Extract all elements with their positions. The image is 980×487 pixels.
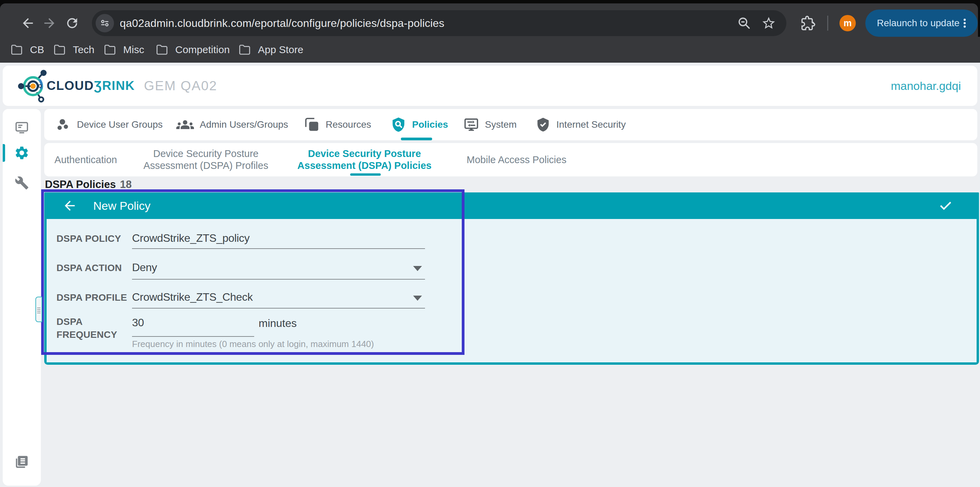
panel-header: New Policy [44,192,979,219]
grip-line [37,311,40,311]
primary-nav: Device User Groups Admin Users/Groups Re… [44,109,977,140]
back-button[interactable] [21,16,35,30]
back-arrow-button[interactable] [62,198,77,213]
site-settings-button[interactable] [95,14,114,32]
bookmark-label: Tech [73,44,94,56]
environment-label: GEM QA02 [144,66,217,106]
grip-line [37,308,40,308]
bookmark-label: App Store [258,44,303,56]
internet-security-shield-icon [536,117,550,132]
left-sidebar [3,109,41,485]
tab-label: Policies [412,119,448,130]
avatar-initial: m [843,18,852,29]
bookmark-label: Competition [175,44,230,56]
zoom-button[interactable] [737,16,752,30]
bookmark-star-button[interactable] [761,16,776,30]
input-underline [132,279,425,279]
brand-cloud: CLOUD [47,79,94,93]
resources-icon [304,117,320,133]
active-subtab-underline [350,173,381,176]
bookmark-folder-cb[interactable]: CB [11,37,44,63]
cloudbrink-logo-icon [17,69,50,102]
bookmark-label: CB [30,44,44,56]
device-user-groups-icon [56,117,71,132]
tab-admin-users-groups[interactable]: Admin Users/Groups [176,109,288,140]
dspa-profile-select[interactable]: CrowdStrike_ZTS_Check [132,291,253,303]
tab-resources[interactable]: Resources [304,109,371,140]
address-bar[interactable]: qa02admin.cloudbrink.com/eportal/configu… [92,10,786,36]
active-tab-underline [401,137,432,140]
zoom-out-icon [737,16,752,30]
panel-form: DSPA POLICY CrowdStrike_ZTS_policy DSPA … [47,219,977,362]
dropdown-arrow-icon[interactable] [413,266,422,271]
grip-line [37,309,40,310]
bookmark-folder-tech[interactable]: Tech [53,37,94,63]
folder-icon [11,44,23,55]
folder-icon [239,44,251,55]
forward-button[interactable] [42,16,57,30]
folder-icon [104,44,116,55]
dspa-action-select[interactable]: Deny [132,261,157,274]
subtab-label: Mobile Access Policies [466,154,566,166]
field-label-dspa-action: DSPA ACTION [56,263,122,273]
bookmark-folder-competition[interactable]: Competition [156,37,230,63]
extensions-button[interactable] [800,15,816,31]
brand-wordmark: CLOUDƷRINK [47,66,135,106]
policies-shield-icon [391,117,406,133]
back-arrow-icon [62,198,77,213]
url-text[interactable]: qa02admin.cloudbrink.com/eportal/configu… [120,10,444,36]
folder-icon [53,44,66,55]
subtab-authentication[interactable]: Authentication [45,143,127,176]
field-label-dspa-frequency: DSPA FREQUENCY [56,315,130,341]
system-icon [463,117,479,133]
tab-label: System [485,119,517,130]
bookmark-folder-app-store[interactable]: App Store [239,37,303,63]
subtab-dspa-profiles[interactable]: Device Security Posture Assessment (DSPA… [127,143,284,176]
save-check-button[interactable] [938,198,953,213]
subtab-mobile-access-policies[interactable]: Mobile Access Policies [455,143,578,176]
tab-label: Internet Security [556,119,626,130]
sidebar-item-configure[interactable] [3,138,41,168]
field-label-dspa-profile: DSPA PROFILE [56,292,127,303]
site-settings-icon [99,18,110,29]
page-title: DSPA Policies [45,179,116,191]
panel-title: New Policy [93,192,150,219]
web-page: CLOUDƷRINK GEM QA02 manohar.gdqi [0,63,980,487]
back-arrow-icon [21,16,35,30]
star-icon [761,16,776,30]
dropdown-arrow-icon[interactable] [413,295,422,301]
dashboard-icon [14,120,29,134]
bookmark-label: Misc [123,44,144,56]
admin-users-icon [176,116,194,134]
tab-policies[interactable]: Policies [391,109,448,140]
subtab-label: Authentication [54,154,117,166]
logged-in-username[interactable]: manohar.gdqi [891,66,961,106]
tab-internet-security[interactable]: Internet Security [536,109,626,140]
browser-menu-button[interactable] [958,16,972,30]
frequency-unit-label: minutes [259,317,297,330]
drawer-resize-handle[interactable] [35,297,42,322]
subtab-dspa-policies[interactable]: Device Security Posture Assessment (DSPA… [286,143,443,176]
sidebar-item-logs[interactable] [3,447,41,477]
input-underline [132,248,425,249]
input-underline [132,336,254,337]
reload-button[interactable] [65,16,80,30]
forward-arrow-icon [42,16,57,30]
bookmark-folder-misc[interactable]: Misc [104,37,144,63]
dspa-frequency-input[interactable]: 30 [132,316,144,329]
new-policy-panel: New Policy DSPA POLICY CrowdStrike_ZTS_p… [44,192,979,365]
relaunch-label: Relaunch to update [877,10,959,37]
gear-icon [14,145,30,161]
sidebar-item-troubleshoot[interactable] [3,168,41,198]
tab-device-user-groups[interactable]: Device User Groups [56,109,163,140]
frequency-helper-text: Frequency in minutes (0 means only at lo… [132,339,374,350]
tab-system[interactable]: System [463,109,517,140]
dspa-policy-input[interactable]: CrowdStrike_ZTS_policy [132,232,250,244]
toolbar-divider [827,16,828,30]
relaunch-to-update-button[interactable]: Relaunch to update [865,10,978,37]
reload-icon [65,16,80,30]
browser-chrome: qa02admin.cloudbrink.com/eportal/configu… [0,0,980,63]
profile-avatar[interactable]: m [840,15,856,31]
tab-label: Admin Users/Groups [200,119,288,130]
tab-label: Device User Groups [77,119,163,130]
